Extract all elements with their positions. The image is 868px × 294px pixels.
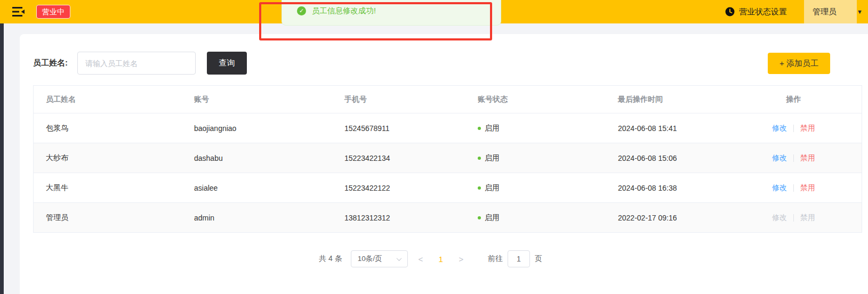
next-page-button[interactable]: > <box>453 255 470 264</box>
cell-status: 启用 <box>465 203 606 232</box>
status-dot-icon <box>478 157 481 160</box>
cell-phone: 15223422134 <box>332 143 465 173</box>
table-row: 包浆鸟 baojiangniao 15245678911 启用 2024-06-… <box>34 113 862 143</box>
cell-account: baojiangniao <box>182 113 332 143</box>
table-row: 管理员 admin 13812312312 启用 2022-02-17 09:1… <box>34 203 862 233</box>
action-divider <box>793 184 794 192</box>
employee-page-card: 员工姓名: 查询 + 添加员工 员工姓名 账号 手机号 账号状态 最后操作时间 … <box>20 34 868 294</box>
cell-phone: 15245678911 <box>332 113 465 143</box>
col-header-name: 员工姓名 <box>34 86 182 113</box>
table-row: 大黑牛 asialee 15223422122 启用 2024-06-08 16… <box>34 173 862 203</box>
business-status-label: 营业状态设置 <box>739 7 787 17</box>
edit-link: 修改 <box>772 213 787 223</box>
cell-account: asialee <box>182 173 332 202</box>
status-dot-icon <box>478 216 481 219</box>
disable-link[interactable]: 禁用 <box>800 153 815 163</box>
cell-account: dashabu <box>182 143 332 173</box>
col-header-status: 账号状态 <box>465 86 606 113</box>
col-header-time: 最后操作时间 <box>606 86 758 113</box>
cell-actions: 修改 禁用 <box>758 113 862 143</box>
edit-link[interactable]: 修改 <box>772 183 787 193</box>
cell-employee-name: 管理员 <box>34 203 182 232</box>
user-name: 管理员 <box>813 7 837 17</box>
success-toast: ✓ 员工信息修改成功! <box>282 0 501 26</box>
search-input[interactable] <box>77 52 196 75</box>
business-status-setting[interactable]: 营业状态设置 <box>725 7 787 17</box>
page-size-select[interactable]: 10条/页 <box>351 250 408 267</box>
cell-last-time: 2024-06-08 16:38 <box>606 173 758 202</box>
cell-actions: 修改 禁用 <box>758 173 862 202</box>
pagination-total: 共 4 条 <box>319 254 342 264</box>
table-body: 包浆鸟 baojiangniao 15245678911 启用 2024-06-… <box>34 113 862 233</box>
edit-link[interactable]: 修改 <box>772 124 787 133</box>
add-employee-button[interactable]: + 添加员工 <box>768 53 830 74</box>
cell-last-time: 2024-06-08 15:41 <box>606 113 758 143</box>
pagination: 共 4 条 10条/页 < 1 > 前往 页 <box>16 250 845 267</box>
table-row: 大纱布 dashabu 15223422134 启用 2024-06-08 15… <box>34 143 862 173</box>
disable-link[interactable]: 禁用 <box>800 124 815 133</box>
cell-employee-name: 包浆鸟 <box>34 113 182 143</box>
menu-collapse-icon[interactable] <box>12 6 26 18</box>
cell-status: 启用 <box>465 173 606 202</box>
disable-link: 禁用 <box>800 213 815 223</box>
cell-employee-name: 大纱布 <box>34 143 182 173</box>
goto-label: 前往 <box>488 254 503 264</box>
cell-account: admin <box>182 203 332 232</box>
col-header-phone: 手机号 <box>332 86 465 113</box>
cell-last-time: 2024-06-08 15:06 <box>606 143 758 173</box>
status-badge: 营业中 <box>36 5 70 19</box>
status-dot-icon <box>478 127 481 130</box>
page-size-value: 10条/页 <box>358 254 382 264</box>
cell-actions: 修改 禁用 <box>758 143 862 173</box>
disable-link[interactable]: 禁用 <box>800 183 815 193</box>
clock-icon <box>725 7 735 17</box>
cell-last-time: 2022-02-17 09:16 <box>606 203 758 232</box>
chevron-down-icon <box>396 256 401 261</box>
page-unit-label: 页 <box>535 254 542 264</box>
search-label: 员工姓名: <box>33 58 68 68</box>
cell-employee-name: 大黑牛 <box>34 173 182 202</box>
action-divider <box>793 214 794 222</box>
action-divider <box>793 125 794 132</box>
action-divider <box>793 154 794 162</box>
cell-status: 启用 <box>465 143 606 173</box>
prev-page-button[interactable]: < <box>412 255 429 264</box>
search-toolbar: 员工姓名: 查询 + 添加员工 <box>33 52 868 75</box>
toast-message: 员工信息修改成功! <box>312 6 376 16</box>
col-header-ops: 操作 <box>758 86 862 113</box>
edit-link[interactable]: 修改 <box>772 153 787 163</box>
col-header-account: 账号 <box>182 86 332 113</box>
employee-table: 员工姓名 账号 手机号 账号状态 最后操作时间 操作 包浆鸟 baojiangn… <box>33 85 862 233</box>
caret-down-icon[interactable]: ▼ <box>857 9 868 15</box>
cell-actions: 修改 禁用 <box>758 203 862 232</box>
sidebar-collapsed <box>0 23 4 294</box>
cell-phone: 13812312312 <box>332 203 465 232</box>
success-check-icon: ✓ <box>297 6 306 15</box>
query-button[interactable]: 查询 <box>207 52 247 75</box>
status-dot-icon <box>478 186 481 190</box>
goto-page-input[interactable] <box>508 250 530 267</box>
cell-status: 启用 <box>465 113 606 143</box>
table-header-row: 员工姓名 账号 手机号 账号状态 最后操作时间 操作 <box>34 86 862 113</box>
current-page-number[interactable]: 1 <box>433 255 448 264</box>
user-menu[interactable]: 管理员 <box>804 0 857 23</box>
cell-phone: 15223422122 <box>332 173 465 202</box>
